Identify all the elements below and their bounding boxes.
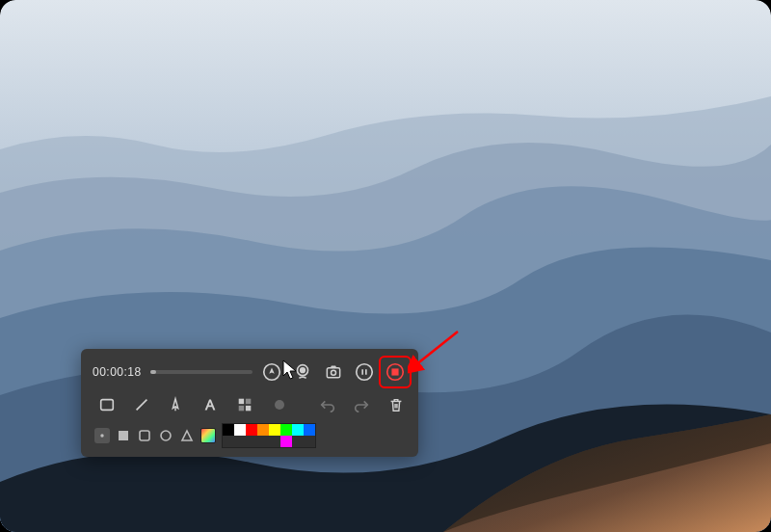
palette-swatch[interactable] — [257, 436, 269, 447]
svg-point-5 — [332, 370, 336, 375]
webcam-button[interactable] — [291, 360, 314, 384]
stop-button[interactable] — [384, 360, 407, 384]
mosaic-tool[interactable] — [234, 393, 255, 416]
svg-rect-4 — [327, 368, 339, 378]
svg-point-23 — [161, 431, 171, 440]
color-picker[interactable] — [200, 428, 216, 443]
svg-rect-11 — [101, 400, 114, 411]
svg-rect-15 — [246, 399, 251, 404]
marker-button[interactable] — [260, 360, 283, 384]
shape-circle[interactable] — [158, 428, 173, 443]
palette-swatch[interactable] — [280, 436, 292, 447]
svg-rect-16 — [239, 406, 244, 411]
svg-rect-17 — [246, 406, 251, 411]
palette-swatch[interactable] — [292, 436, 304, 447]
svg-rect-21 — [119, 431, 128, 440]
text-tool[interactable] — [199, 393, 221, 416]
palette-swatch[interactable] — [304, 436, 315, 447]
svg-point-6 — [357, 364, 373, 381]
palette-swatch[interactable] — [304, 424, 315, 436]
svg-rect-22 — [140, 431, 149, 440]
shape-rounded-square[interactable] — [137, 428, 152, 443]
svg-point-20 — [100, 434, 103, 437]
shape-dot[interactable] — [94, 428, 110, 443]
svg-point-3 — [301, 368, 306, 373]
redo-button[interactable] — [351, 393, 372, 416]
palette-swatch[interactable] — [246, 436, 257, 447]
undo-button[interactable] — [317, 393, 338, 416]
palette-swatch[interactable] — [234, 436, 246, 447]
recording-timer: 00:00:18 — [93, 365, 143, 379]
svg-line-12 — [136, 400, 146, 411]
rectangle-tool[interactable] — [96, 393, 118, 416]
palette-swatch[interactable] — [223, 424, 234, 436]
palette-swatch[interactable] — [292, 424, 304, 436]
palette-swatch[interactable] — [269, 424, 280, 436]
palette-swatch[interactable] — [257, 424, 269, 436]
trash-button[interactable] — [386, 393, 407, 416]
pen-tool[interactable] — [166, 393, 187, 416]
svg-rect-10 — [392, 369, 398, 375]
screenshot-button[interactable] — [322, 360, 345, 384]
shape-filled-square[interactable] — [116, 428, 131, 443]
pause-button[interactable] — [353, 360, 376, 384]
recording-toolbar: 00:00:18 — [81, 349, 418, 457]
palette-swatch[interactable] — [223, 436, 234, 447]
palette-swatch[interactable] — [234, 424, 246, 436]
brush-size-selector[interactable] — [269, 393, 290, 416]
shape-triangle[interactable] — [179, 428, 195, 443]
palette-swatch[interactable] — [269, 436, 280, 447]
palette-swatch[interactable] — [280, 424, 292, 436]
recording-progress[interactable] — [150, 370, 253, 374]
svg-rect-14 — [239, 399, 244, 404]
palette-swatch[interactable] — [246, 424, 257, 436]
color-palette[interactable] — [222, 423, 316, 448]
line-tool[interactable] — [131, 393, 152, 416]
